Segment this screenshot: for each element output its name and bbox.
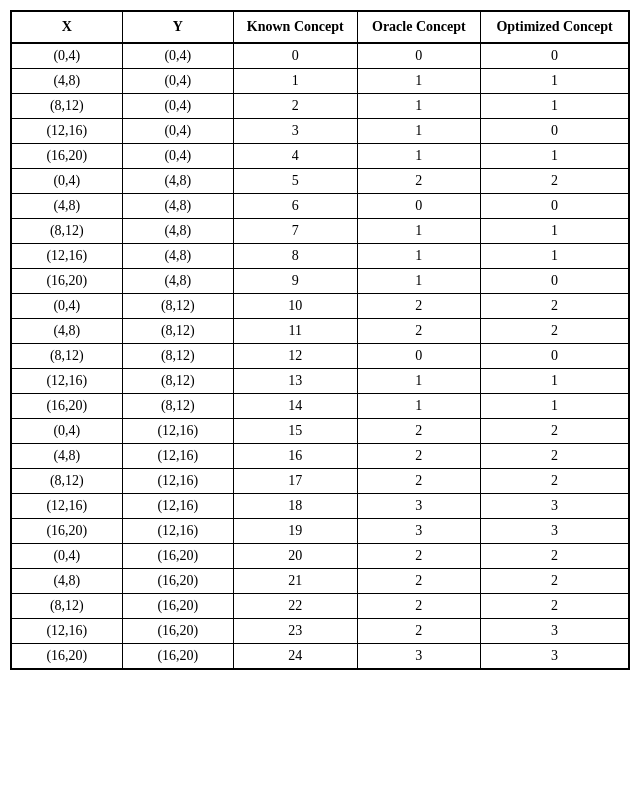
cell-x: (4,8) xyxy=(11,69,122,94)
cell-oracle: 2 xyxy=(357,169,481,194)
cell-oracle: 1 xyxy=(357,394,481,419)
cell-optimized: 2 xyxy=(481,419,629,444)
cell-optimized: 2 xyxy=(481,544,629,569)
cell-y: (8,12) xyxy=(122,344,233,369)
cell-y: (12,16) xyxy=(122,444,233,469)
cell-x: (16,20) xyxy=(11,144,122,169)
cell-oracle: 2 xyxy=(357,594,481,619)
cell-oracle: 1 xyxy=(357,269,481,294)
cell-optimized: 1 xyxy=(481,144,629,169)
cell-x: (0,4) xyxy=(11,169,122,194)
cell-x: (12,16) xyxy=(11,494,122,519)
cell-x: (8,12) xyxy=(11,344,122,369)
cell-x: (12,16) xyxy=(11,369,122,394)
cell-y: (4,8) xyxy=(122,244,233,269)
cell-x: (16,20) xyxy=(11,519,122,544)
cell-oracle: 2 xyxy=(357,569,481,594)
cell-known: 2 xyxy=(233,94,357,119)
cell-oracle: 3 xyxy=(357,494,481,519)
cell-oracle: 3 xyxy=(357,644,481,670)
cell-optimized: 3 xyxy=(481,619,629,644)
cell-oracle: 0 xyxy=(357,43,481,69)
cell-y: (4,8) xyxy=(122,169,233,194)
cell-x: (16,20) xyxy=(11,394,122,419)
cell-y: (4,8) xyxy=(122,269,233,294)
cell-y: (16,20) xyxy=(122,544,233,569)
cell-known: 18 xyxy=(233,494,357,519)
header-y: Y xyxy=(122,11,233,43)
cell-optimized: 1 xyxy=(481,369,629,394)
cell-oracle: 2 xyxy=(357,319,481,344)
table-row: (12,16)(16,20)2323 xyxy=(11,619,629,644)
table-row: (16,20)(16,20)2433 xyxy=(11,644,629,670)
cell-known: 7 xyxy=(233,219,357,244)
cell-oracle: 2 xyxy=(357,294,481,319)
cell-oracle: 2 xyxy=(357,544,481,569)
table-row: (12,16)(8,12)1311 xyxy=(11,369,629,394)
cell-optimized: 1 xyxy=(481,94,629,119)
table-row: (8,12)(0,4)211 xyxy=(11,94,629,119)
cell-x: (8,12) xyxy=(11,469,122,494)
cell-y: (0,4) xyxy=(122,119,233,144)
table-row: (12,16)(0,4)310 xyxy=(11,119,629,144)
cell-x: (8,12) xyxy=(11,594,122,619)
table-row: (0,4)(4,8)522 xyxy=(11,169,629,194)
cell-optimized: 3 xyxy=(481,519,629,544)
cell-optimized: 2 xyxy=(481,594,629,619)
cell-oracle: 1 xyxy=(357,144,481,169)
cell-x: (4,8) xyxy=(11,444,122,469)
cell-known: 1 xyxy=(233,69,357,94)
cell-y: (12,16) xyxy=(122,419,233,444)
cell-oracle: 3 xyxy=(357,519,481,544)
cell-x: (0,4) xyxy=(11,544,122,569)
cell-optimized: 2 xyxy=(481,444,629,469)
cell-y: (4,8) xyxy=(122,219,233,244)
table-row: (4,8)(8,12)1122 xyxy=(11,319,629,344)
table-row: (16,20)(4,8)910 xyxy=(11,269,629,294)
cell-optimized: 2 xyxy=(481,319,629,344)
cell-optimized: 2 xyxy=(481,294,629,319)
cell-x: (0,4) xyxy=(11,294,122,319)
cell-known: 8 xyxy=(233,244,357,269)
cell-optimized: 1 xyxy=(481,69,629,94)
header-known-concept: Known Concept xyxy=(233,11,357,43)
data-table: X Y Known Concept Oracle Concept Optimiz… xyxy=(10,10,630,670)
cell-known: 15 xyxy=(233,419,357,444)
table-row: (0,4)(16,20)2022 xyxy=(11,544,629,569)
cell-known: 11 xyxy=(233,319,357,344)
cell-y: (0,4) xyxy=(122,43,233,69)
table-row: (0,4)(8,12)1022 xyxy=(11,294,629,319)
cell-x: (4,8) xyxy=(11,194,122,219)
table-row: (4,8)(4,8)600 xyxy=(11,194,629,219)
table-row: (8,12)(4,8)711 xyxy=(11,219,629,244)
cell-oracle: 2 xyxy=(357,419,481,444)
cell-x: (8,12) xyxy=(11,94,122,119)
table-row: (12,16)(12,16)1833 xyxy=(11,494,629,519)
cell-known: 13 xyxy=(233,369,357,394)
cell-known: 20 xyxy=(233,544,357,569)
cell-known: 10 xyxy=(233,294,357,319)
cell-y: (12,16) xyxy=(122,519,233,544)
table-row: (4,8)(12,16)1622 xyxy=(11,444,629,469)
cell-x: (12,16) xyxy=(11,119,122,144)
cell-oracle: 2 xyxy=(357,469,481,494)
cell-known: 23 xyxy=(233,619,357,644)
cell-known: 9 xyxy=(233,269,357,294)
cell-optimized: 0 xyxy=(481,119,629,144)
cell-y: (16,20) xyxy=(122,594,233,619)
cell-oracle: 1 xyxy=(357,369,481,394)
cell-y: (0,4) xyxy=(122,144,233,169)
cell-oracle: 1 xyxy=(357,119,481,144)
cell-x: (4,8) xyxy=(11,319,122,344)
cell-optimized: 1 xyxy=(481,244,629,269)
cell-oracle: 0 xyxy=(357,344,481,369)
cell-y: (16,20) xyxy=(122,569,233,594)
cell-known: 6 xyxy=(233,194,357,219)
cell-optimized: 0 xyxy=(481,344,629,369)
header-x: X xyxy=(11,11,122,43)
table-row: (8,12)(16,20)2222 xyxy=(11,594,629,619)
table-row: (8,12)(12,16)1722 xyxy=(11,469,629,494)
cell-y: (4,8) xyxy=(122,194,233,219)
table-row: (0,4)(0,4)000 xyxy=(11,43,629,69)
cell-y: (12,16) xyxy=(122,469,233,494)
